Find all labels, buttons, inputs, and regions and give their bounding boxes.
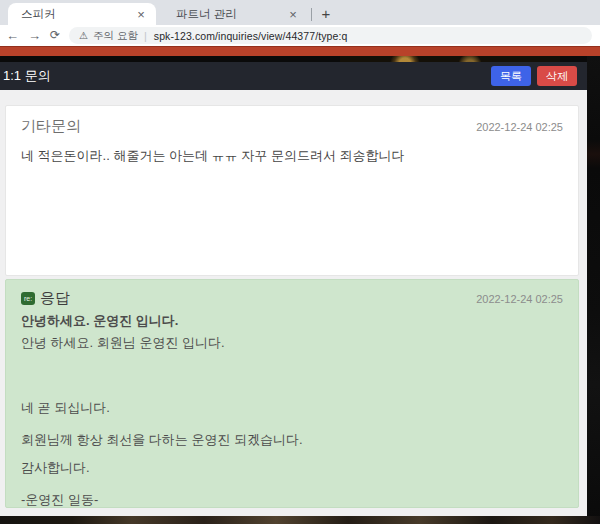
reply-line: 감사합니다. (21, 460, 563, 475)
inquiry-timestamp: 2022-12-24 02:25 (476, 121, 563, 133)
back-icon[interactable]: ← (6, 29, 19, 42)
page-header: 1:1 문의 목록 삭제 (0, 62, 600, 90)
header-actions: 목록 삭제 (491, 66, 577, 86)
inquiry-header-row: 기타문의 2022-12-24 02:25 (21, 117, 563, 136)
tab-separator (311, 8, 312, 21)
tab-speaker[interactable]: 스피커 × (8, 3, 156, 25)
reply-label: 응답 (40, 289, 476, 308)
reply-signature: -운영진 일동- (21, 492, 563, 507)
reply-line: 네 곧 되십니다. (21, 400, 563, 415)
url-text: spk-123.com/inquiries/view/44377/type:q (154, 30, 348, 42)
tab-bar: 스피커 × 파트너 관리 × + (0, 0, 600, 25)
close-icon[interactable]: × (286, 8, 300, 21)
browser-window: 스피커 × 파트너 관리 × + ← → ⟳ ⚠ 주의 요함 | spk-123… (0, 0, 600, 524)
reply-header-row: re: 응답 2022-12-24 02:25 (21, 289, 563, 308)
site-top-red-bar (0, 46, 600, 56)
reply-badge-icon: re: (21, 292, 35, 305)
close-icon[interactable]: × (134, 8, 148, 21)
delete-button[interactable]: 삭제 (537, 66, 577, 86)
reply-line: 회원님께 항상 최선을 다하는 운영진 되겠습니다. (21, 432, 563, 447)
page-background-bottom-strip (0, 516, 600, 524)
tab-label: 파트너 관리 (176, 7, 286, 22)
reload-icon[interactable]: ⟳ (50, 29, 60, 42)
new-tab-button[interactable]: + (317, 5, 335, 22)
security-status[interactable]: 주의 요함 (93, 29, 138, 43)
tab-partner-management[interactable]: 파트너 관리 × (156, 3, 308, 25)
inquiry-view: 기타문의 2022-12-24 02:25 네 적은돈이라.. 해줄거는 아는데… (0, 90, 600, 508)
page-background-right-strip (587, 56, 600, 524)
reply-body: 안녕하세요. 운영진 입니다. 안녕 하세요. 회원님 운영진 입니다. 네 곧… (21, 313, 563, 507)
reply-line: 안녕 하세요. 회원님 운영진 입니다. (21, 335, 563, 350)
forward-icon[interactable]: → (28, 29, 41, 42)
warning-icon: ⚠ (79, 30, 88, 41)
inquiry-card: 기타문의 2022-12-24 02:25 네 적은돈이라.. 해줄거는 아는데… (5, 105, 579, 276)
address-bar[interactable]: ⚠ 주의 요함 | spk-123.com/inquiries/view/443… (69, 27, 592, 44)
reply-card: re: 응답 2022-12-24 02:25 안녕하세요. 운영진 입니다. … (5, 279, 579, 508)
inquiry-category: 기타문의 (21, 117, 81, 136)
list-button[interactable]: 목록 (491, 66, 531, 86)
reply-timestamp: 2022-12-24 02:25 (476, 293, 563, 305)
tab-label: 스피커 (21, 7, 134, 22)
inquiry-body: 네 적은돈이라.. 해줄거는 아는데 ㅠㅠ 자꾸 문의드려서 죄송합니다 (21, 147, 563, 165)
address-separator: | (144, 30, 147, 42)
reply-greeting: 안녕하세요. 운영진 입니다. (21, 313, 563, 328)
page-title: 1:1 문의 (3, 67, 51, 85)
browser-toolbar: ← → ⟳ ⚠ 주의 요함 | spk-123.com/inquiries/vi… (0, 25, 600, 46)
